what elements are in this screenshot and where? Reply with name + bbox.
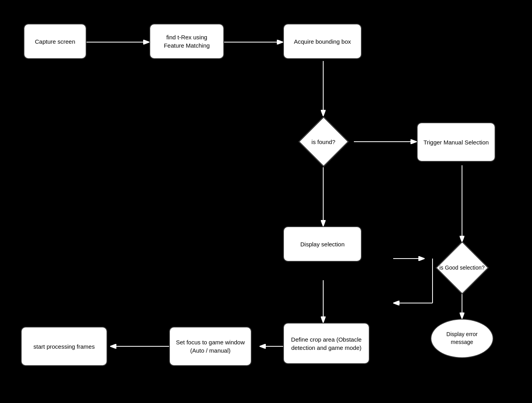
capture-screen-box: Capture screen	[24, 24, 87, 59]
set-focus-box: Set focus to game window (Auto / manual)	[169, 327, 252, 366]
start-processing-box: start processing frames	[21, 327, 107, 366]
display-selection-box: Display selection	[283, 226, 362, 262]
is-good-selection-diamond: is Good selection?	[431, 242, 493, 293]
trigger-manual-box: Trigger Manual Selection	[417, 122, 495, 162]
display-error-circle: Display error message	[431, 319, 493, 358]
is-found-diamond: is found?	[293, 116, 354, 167]
define-crop-box: Define crop area (Obstacle detection and…	[283, 323, 370, 364]
flowchart: Capture screen find t-Rex using Feature …	[0, 0, 532, 403]
find-trex-box: find t-Rex using Feature Matching	[149, 24, 224, 59]
acquire-bbox-box: Acquire bounding box	[283, 24, 362, 59]
